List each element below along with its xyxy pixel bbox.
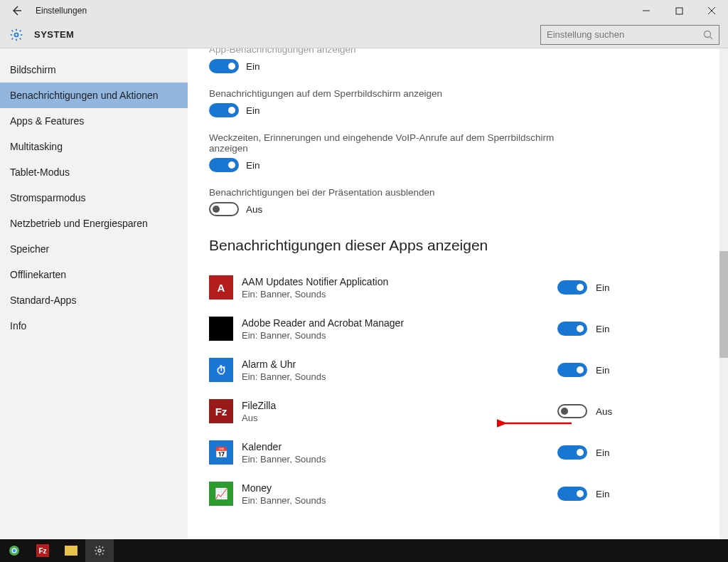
app-icon: 📅 bbox=[209, 440, 233, 465]
taskbar-settings[interactable] bbox=[85, 539, 114, 562]
minimize-button[interactable] bbox=[630, 0, 663, 21]
app-row[interactable]: Adobe Reader and Acrobat ManagerEin: Ban… bbox=[209, 308, 636, 349]
body: Bildschirm Benachrichtigungen und Aktion… bbox=[0, 48, 728, 539]
toggle-app-notifications[interactable] bbox=[209, 59, 239, 73]
app-toggle[interactable] bbox=[557, 487, 587, 501]
maximize-button[interactable] bbox=[663, 0, 695, 21]
app-toggle[interactable] bbox=[557, 322, 587, 336]
app-name: Adobe Reader and Acrobat Manager bbox=[242, 317, 557, 329]
toggle-state: Ein bbox=[246, 160, 260, 171]
app-icon bbox=[209, 317, 233, 341]
search-box[interactable] bbox=[540, 25, 719, 45]
app-row[interactable]: AAAM Updates Notifier ApplicationEin: Ba… bbox=[209, 267, 636, 308]
search-input[interactable] bbox=[547, 29, 703, 40]
section-name: SYSTEM bbox=[34, 29, 74, 40]
app-toggle[interactable] bbox=[557, 280, 587, 295]
titlebar: Einstellungen bbox=[0, 0, 728, 21]
app-name: Kalender bbox=[242, 441, 557, 452]
app-toggle-state: Ein bbox=[596, 447, 610, 458]
app-toggle[interactable] bbox=[557, 363, 587, 377]
app-toggle[interactable] bbox=[557, 445, 587, 460]
settings-scroll[interactable]: App-Benachrichtigungen anzeigen Ein Bena… bbox=[188, 48, 718, 539]
app-sub: Ein: Banner, Sounds bbox=[242, 289, 557, 299]
apps-list: AAAM Updates Notifier ApplicationEin: Ba… bbox=[209, 267, 718, 514]
sidebar-item-offlinekarten[interactable]: Offlinekarten bbox=[0, 262, 188, 287]
app-icon: A bbox=[209, 275, 233, 299]
app-toggle-group: Aus bbox=[557, 404, 636, 418]
app-toggle-group: Ein bbox=[557, 445, 636, 460]
sidebar-item-standard-apps[interactable]: Standard-Apps bbox=[0, 287, 188, 313]
app-toggle-state: Ein bbox=[596, 324, 610, 334]
sidebar-item-speicher[interactable]: Speicher bbox=[0, 236, 188, 262]
toggle-lockscreen-notifications[interactable] bbox=[209, 103, 239, 117]
app-icon: 📈 bbox=[209, 482, 233, 506]
app-row[interactable]: ⏱Alarm & UhrEin: Banner, SoundsEin bbox=[209, 349, 636, 391]
toggle-state: Ein bbox=[246, 105, 260, 116]
sidebar-item-apps-features[interactable]: Apps & Features bbox=[0, 108, 188, 134]
app-name: AAM Updates Notifier Application bbox=[242, 276, 557, 287]
sidebar-item-multitasking[interactable]: Multitasking bbox=[0, 134, 188, 159]
app-toggle[interactable] bbox=[557, 404, 587, 418]
svg-point-7 bbox=[98, 549, 101, 552]
toggle-hide-during-presentation[interactable] bbox=[209, 202, 239, 216]
app-toggle-state: Aus bbox=[596, 406, 612, 417]
content: App-Benachrichtigungen anzeigen Ein Bena… bbox=[188, 48, 728, 539]
app-toggle-group: Ein bbox=[557, 363, 636, 377]
close-button[interactable] bbox=[695, 0, 728, 21]
app-sub: Ein: Banner, Sounds bbox=[242, 495, 557, 506]
app-meta: KalenderEin: Banner, Sounds bbox=[242, 441, 557, 465]
app-sub: Ein: Banner, Sounds bbox=[242, 330, 557, 341]
toggle-state: Aus bbox=[246, 204, 262, 215]
setting-lockscreen-notifications: Benachrichtigungen auf dem Sperrbildschi… bbox=[209, 88, 579, 120]
taskbar-chrome[interactable] bbox=[0, 539, 28, 562]
app-name: Alarm & Uhr bbox=[242, 359, 557, 370]
toggle-alarms-lockscreen[interactable] bbox=[209, 158, 239, 172]
app-meta: FileZillaAus bbox=[242, 400, 557, 423]
sidebar-item-bildschirm[interactable]: Bildschirm bbox=[0, 57, 188, 83]
sidebar-item-benachrichtigungen[interactable]: Benachrichtigungen und Aktionen bbox=[0, 83, 188, 108]
window-title: Einstellungen bbox=[33, 6, 87, 16]
app-row[interactable]: 📈MoneyEin: Banner, SoundsEin bbox=[209, 473, 636, 514]
scrollbar-thumb[interactable] bbox=[719, 251, 728, 358]
svg-point-6 bbox=[13, 549, 16, 552]
app-sub: Ein: Banner, Sounds bbox=[242, 371, 557, 382]
app-toggle-group: Ein bbox=[557, 280, 636, 295]
taskbar-filezilla[interactable]: Fz bbox=[28, 539, 57, 562]
app-toggle-group: Ein bbox=[557, 487, 636, 501]
sidebar: Bildschirm Benachrichtigungen und Aktion… bbox=[0, 48, 188, 539]
svg-point-1 bbox=[15, 33, 18, 36]
app-toggle-group: Ein bbox=[557, 322, 636, 336]
setting-app-notifications: App-Benachrichtigungen anzeigen Ein bbox=[209, 48, 579, 75]
app-toggle-state: Ein bbox=[596, 282, 610, 293]
sidebar-item-stromsparmodus[interactable]: Stromsparmodus bbox=[0, 185, 188, 211]
app-name: Money bbox=[242, 482, 557, 494]
svg-point-2 bbox=[705, 31, 711, 37]
app-row[interactable]: FzFileZillaAusAus bbox=[209, 391, 636, 432]
app-name: FileZilla bbox=[242, 400, 557, 411]
app-meta: AAM Updates Notifier ApplicationEin: Ban… bbox=[242, 276, 557, 299]
app-meta: MoneyEin: Banner, Sounds bbox=[242, 482, 557, 506]
app-meta: Alarm & UhrEin: Banner, Sounds bbox=[242, 359, 557, 382]
app-icon: ⏱ bbox=[209, 358, 233, 382]
taskbar-explorer[interactable] bbox=[57, 539, 85, 562]
app-sub: Aus bbox=[242, 413, 557, 423]
sidebar-item-info[interactable]: Info bbox=[0, 313, 188, 339]
app-icon: Fz bbox=[209, 399, 233, 423]
app-sub: Ein: Banner, Sounds bbox=[242, 454, 557, 465]
app-row[interactable]: 📅KalenderEin: Banner, SoundsEin bbox=[209, 432, 636, 473]
section-header: SYSTEM bbox=[0, 21, 728, 48]
setting-alarms-lockscreen: Weckzeiten, Erinnerungen und eingehende … bbox=[209, 132, 579, 174]
gear-icon bbox=[9, 27, 24, 43]
app-toggle-state: Ein bbox=[596, 489, 610, 499]
app-meta: Adobe Reader and Acrobat ManagerEin: Ban… bbox=[242, 317, 557, 341]
sidebar-item-tablet-modus[interactable]: Tablet-Modus bbox=[0, 159, 188, 185]
taskbar: Fz bbox=[0, 539, 728, 562]
app-toggle-state: Ein bbox=[596, 365, 610, 376]
apps-section-title: Benachrichtigungen dieser Apps anzeigen bbox=[209, 237, 718, 254]
svg-rect-0 bbox=[676, 8, 682, 14]
search-icon bbox=[703, 30, 713, 40]
setting-hide-during-presentation: Benachrichtigungen bei der Präsentation … bbox=[209, 187, 579, 218]
sidebar-item-netzbetrieb[interactable]: Netzbetrieb und Energiesparen bbox=[0, 211, 188, 236]
toggle-state: Ein bbox=[246, 61, 260, 72]
back-button[interactable] bbox=[0, 0, 33, 21]
